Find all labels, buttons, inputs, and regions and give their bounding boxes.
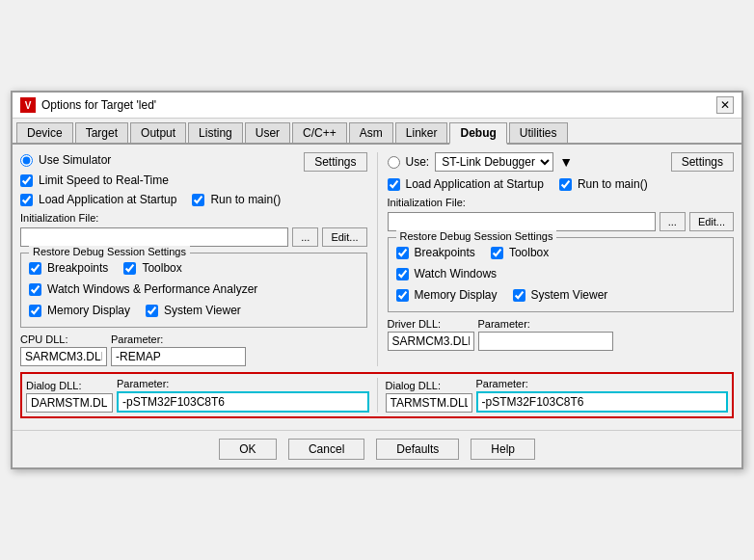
system-viewer-checkbox-right[interactable] bbox=[513, 289, 525, 302]
cpu-dll-input[interactable] bbox=[20, 347, 107, 366]
two-col-layout: Use Simulator Settings Limit Speed to Re… bbox=[20, 152, 734, 366]
right-dialog-col: Dialog DLL: Parameter: bbox=[386, 378, 729, 413]
right-col: Use: ST-Link Debugger ▼ Settings Load Ap… bbox=[388, 152, 735, 366]
right-settings-button[interactable]: Settings bbox=[671, 152, 734, 172]
bottom-divider bbox=[377, 378, 378, 413]
dropdown-arrow-icon: ▼ bbox=[559, 154, 573, 170]
run-to-main-checkbox-left[interactable] bbox=[192, 194, 204, 206]
watch-windows-checkbox-left[interactable] bbox=[29, 283, 41, 296]
main-content: Use Simulator Settings Limit Speed to Re… bbox=[13, 145, 741, 426]
run-to-main-row-left: Run to main() bbox=[192, 193, 281, 206]
right-dialog-dll-input[interactable] bbox=[386, 393, 472, 413]
run-to-main-label-right: Run to main() bbox=[578, 177, 648, 191]
left-header: Use Simulator Settings bbox=[20, 152, 367, 172]
cpu-dll-label: CPU DLL: bbox=[20, 333, 107, 345]
load-app-label-right: Load Application at Startup bbox=[406, 177, 544, 191]
ok-button[interactable]: OK bbox=[219, 439, 277, 460]
system-viewer-row-right: System Viewer bbox=[513, 288, 608, 302]
right-dialog-dll-label: Dialog DLL: bbox=[386, 380, 472, 391]
tab-output[interactable]: Output bbox=[130, 122, 186, 143]
tab-user[interactable]: User bbox=[245, 122, 290, 143]
memory-display-checkbox-left[interactable] bbox=[29, 305, 41, 317]
init-file-label-left: Initialization File: bbox=[20, 212, 367, 224]
driver-dll-input[interactable] bbox=[388, 332, 474, 351]
breakpoints-checkbox-right[interactable] bbox=[396, 247, 409, 259]
init-browse-button-left[interactable]: ... bbox=[292, 227, 318, 247]
cpu-param-input[interactable] bbox=[111, 347, 246, 366]
left-dialog-dll-label: Dialog DLL: bbox=[26, 380, 113, 391]
driver-param-field: Parameter: bbox=[478, 318, 613, 351]
use-simulator-label: Use Simulator bbox=[39, 153, 111, 167]
left-dialog-dll-field: Dialog DLL: bbox=[26, 380, 113, 413]
toolbox-checkbox-left[interactable] bbox=[123, 262, 136, 275]
memory-display-checkbox-right[interactable] bbox=[396, 289, 409, 302]
load-app-label-left: Load Application at Startup bbox=[39, 193, 176, 206]
run-to-main-checkbox-right[interactable] bbox=[559, 178, 572, 191]
breakpoints-label-left: Breakpoints bbox=[47, 261, 108, 275]
cancel-button[interactable]: Cancel bbox=[288, 439, 364, 460]
tab-asm[interactable]: Asm bbox=[349, 122, 393, 143]
limit-speed-row: Limit Speed to Real-Time bbox=[20, 173, 367, 187]
restore-group-right: Restore Debug Session Settings Breakpoin… bbox=[388, 237, 735, 312]
init-browse-button-right[interactable]: ... bbox=[660, 212, 686, 231]
watch-windows-label-left: Watch Windows & Performance Analyzer bbox=[47, 282, 257, 296]
watch-windows-label-right: Watch Windows bbox=[415, 267, 498, 280]
footer: OK Cancel Defaults Help bbox=[13, 430, 741, 467]
watch-windows-row-right: Watch Windows bbox=[396, 267, 726, 280]
cpu-param-field: Parameter: bbox=[111, 333, 246, 366]
system-viewer-checkbox-left[interactable] bbox=[146, 305, 158, 317]
breakpoints-checkbox-left[interactable] bbox=[29, 262, 41, 275]
load-app-checkbox-left[interactable] bbox=[20, 194, 33, 206]
use-debugger-radio[interactable] bbox=[388, 156, 400, 169]
tabs-row: Device Target Output Listing User C/C++ … bbox=[13, 119, 741, 145]
memory-display-row-left: Memory Display bbox=[29, 304, 130, 317]
driver-dll-label: Driver DLL: bbox=[388, 318, 474, 330]
tab-cpp[interactable]: C/C++ bbox=[292, 122, 347, 143]
memory-display-label-right: Memory Display bbox=[415, 288, 498, 302]
right-dialog-param-field: Parameter: bbox=[476, 378, 729, 413]
restore-group-label-left: Restore Debug Session Settings bbox=[29, 246, 190, 257]
restore-group-label-right: Restore Debug Session Settings bbox=[396, 230, 557, 242]
run-to-main-label-left: Run to main() bbox=[210, 193, 281, 206]
left-settings-button[interactable]: Settings bbox=[304, 152, 366, 172]
driver-dll-row: Driver DLL: Parameter: bbox=[388, 318, 735, 351]
tab-linker[interactable]: Linker bbox=[395, 122, 448, 143]
main-window: V Options for Target 'led' ✕ Device Targ… bbox=[11, 91, 743, 469]
init-edit-button-left[interactable]: Edit... bbox=[322, 227, 366, 247]
init-file-input-left[interactable] bbox=[20, 227, 288, 247]
window-title: Options for Target 'led' bbox=[41, 98, 156, 112]
right-dialog-param-label: Parameter: bbox=[476, 378, 729, 389]
use-simulator-row: Use Simulator bbox=[20, 153, 111, 167]
tab-debug[interactable]: Debug bbox=[449, 122, 506, 145]
left-col: Use Simulator Settings Limit Speed to Re… bbox=[20, 152, 367, 366]
toolbox-checkbox-right[interactable] bbox=[491, 247, 503, 259]
init-file-label-right: Initialization File: bbox=[388, 197, 735, 208]
breakpoints-label-right: Breakpoints bbox=[415, 246, 475, 259]
cpu-param-label: Parameter: bbox=[111, 333, 246, 345]
close-button[interactable]: ✕ bbox=[716, 96, 734, 114]
tab-device[interactable]: Device bbox=[16, 122, 73, 143]
use-simulator-radio[interactable] bbox=[20, 154, 33, 167]
title-bar: V Options for Target 'led' ✕ bbox=[13, 93, 741, 119]
load-app-row-left: Load Application at Startup bbox=[20, 193, 176, 206]
limit-speed-checkbox[interactable] bbox=[20, 174, 33, 187]
init-file-input-right[interactable] bbox=[388, 212, 656, 231]
left-dialog-dll-input[interactable] bbox=[26, 393, 113, 413]
driver-param-input[interactable] bbox=[478, 332, 613, 351]
defaults-button[interactable]: Defaults bbox=[376, 439, 459, 460]
breakpoints-row-left: Breakpoints bbox=[29, 261, 108, 275]
debugger-select[interactable]: ST-Link Debugger bbox=[435, 152, 553, 172]
init-file-row-right: ... Edit... bbox=[388, 212, 735, 231]
help-button[interactable]: Help bbox=[471, 439, 535, 460]
right-dialog-dll-field: Dialog DLL: bbox=[386, 380, 472, 413]
load-app-checkbox-right[interactable] bbox=[388, 178, 400, 191]
init-edit-button-right[interactable]: Edit... bbox=[689, 212, 734, 231]
system-viewer-label-right: System Viewer bbox=[531, 288, 608, 302]
left-dialog-param-input[interactable] bbox=[117, 391, 369, 413]
watch-windows-checkbox-right[interactable] bbox=[396, 268, 409, 280]
right-dialog-param-input[interactable] bbox=[476, 391, 729, 413]
tab-utilities[interactable]: Utilities bbox=[509, 122, 568, 143]
tab-listing[interactable]: Listing bbox=[188, 122, 243, 143]
tab-target[interactable]: Target bbox=[75, 122, 128, 143]
cpu-dll-row: CPU DLL: Parameter: bbox=[20, 333, 367, 366]
